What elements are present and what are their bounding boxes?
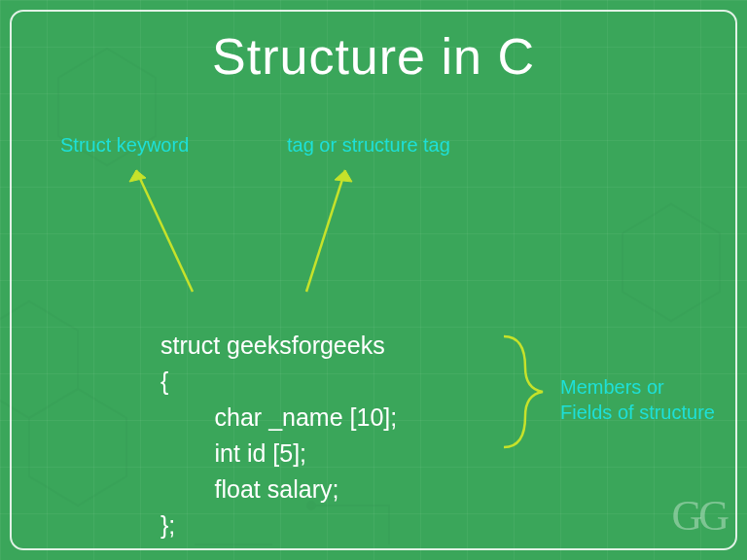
label-members-l1: Members or bbox=[560, 376, 664, 398]
code-line-3: char _name [10]; bbox=[160, 403, 397, 431]
page-title: Structure in C bbox=[0, 27, 747, 86]
svg-marker-8 bbox=[335, 170, 352, 182]
svg-line-5 bbox=[136, 170, 193, 292]
code-block: struct geeksforgeeks { char _name [10]; … bbox=[160, 292, 397, 543]
arrow-keyword bbox=[126, 160, 224, 301]
code-line-4: int id [5]; bbox=[160, 439, 306, 467]
svg-line-7 bbox=[306, 170, 345, 292]
geeksforgeeks-logo: GG bbox=[671, 491, 726, 541]
svg-marker-6 bbox=[129, 170, 146, 182]
label-members-l2: Fields of structure bbox=[560, 402, 715, 423]
code-line-6: }; bbox=[160, 511, 175, 539]
label-members: Members or Fields of structure bbox=[560, 374, 715, 425]
label-struct-keyword: Struct keyword bbox=[60, 134, 189, 157]
brace-members bbox=[496, 329, 554, 455]
code-line-1: struct geeksforgeeks bbox=[160, 332, 385, 359]
label-structure-tag: tag or structure tag bbox=[287, 134, 450, 157]
arrow-tag bbox=[292, 160, 370, 301]
code-line-2: { bbox=[160, 368, 168, 395]
code-line-5: float salary; bbox=[160, 475, 338, 503]
